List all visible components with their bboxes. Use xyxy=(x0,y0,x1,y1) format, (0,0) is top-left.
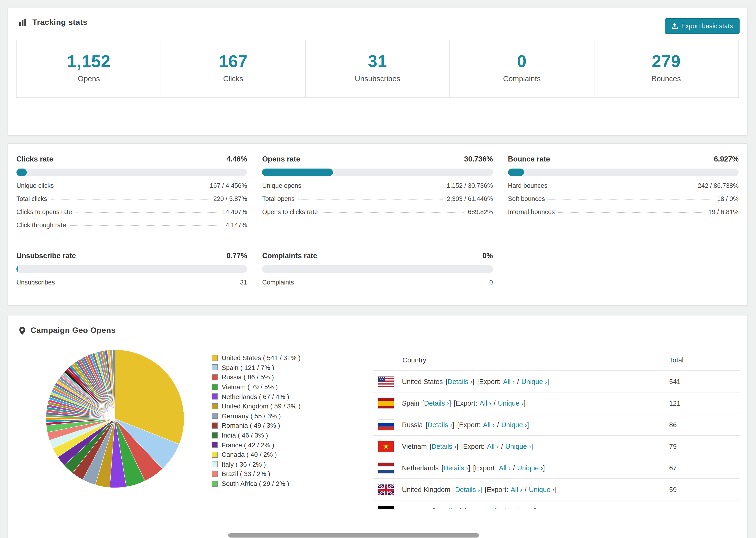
slash: / xyxy=(517,378,519,385)
geo-opens-header: Campaign Geo Opens xyxy=(8,315,747,335)
stat-row-label: Internal bounces xyxy=(508,208,555,215)
legend-item-france[interactable]: France ( 42 / 2% ) xyxy=(212,440,300,450)
stat-row-label: Total opens xyxy=(262,195,295,202)
export-all-link[interactable]: All › xyxy=(490,507,502,510)
legend-item-brazil[interactable]: Brazil ( 33 / 2% ) xyxy=(212,469,300,479)
stat-row-label: Soft bounces xyxy=(508,195,545,202)
legend-item-india[interactable]: India ( 46 / 3% ) xyxy=(212,430,300,440)
legend-item-netherlands[interactable]: Netherlands ( 67 / 4% ) xyxy=(212,392,300,402)
bracket: [ xyxy=(422,399,424,407)
export-label: Export: xyxy=(466,507,488,510)
export-unique-link[interactable]: Unique › xyxy=(529,486,555,493)
stat-row-label: Unique clicks xyxy=(17,182,54,189)
export-unique-link[interactable]: Unique › xyxy=(521,378,547,385)
details-link[interactable]: Details › xyxy=(428,421,453,428)
stat-row-value: 19 / 6.81% xyxy=(708,208,739,215)
bracket: ] xyxy=(547,378,549,385)
details-link[interactable]: Details › xyxy=(424,399,449,407)
details-link[interactable]: Details › xyxy=(455,486,480,493)
legend-item-italy[interactable]: Italy ( 36 / 2% ) xyxy=(212,459,300,469)
stat-row-value: 14.497% xyxy=(222,208,247,215)
legend-item-romania[interactable]: Romania ( 49 / 3% ) xyxy=(212,421,300,430)
legend-item-united-kingdom[interactable]: United Kingdom ( 59 / 3% ) xyxy=(212,402,300,411)
bracket: ] xyxy=(460,507,461,510)
stat-row-label: Complaints xyxy=(262,279,294,286)
export-unique-link[interactable]: Unique › xyxy=(505,443,531,450)
bracket: [ xyxy=(426,421,428,428)
legend-swatch xyxy=(212,364,218,371)
details-link[interactable]: Details › xyxy=(435,507,459,510)
stat-row-label: Unique opens xyxy=(262,182,301,189)
stat-row: Internal bounces19 / 6.81% xyxy=(508,208,739,222)
legend-label: Netherlands ( 67 / 4% ) xyxy=(222,393,289,400)
legend-item-united-states[interactable]: United States ( 541 / 31% ) xyxy=(212,353,300,363)
export-unique-link[interactable]: Unique › xyxy=(498,399,524,407)
table-row-vietnam: Vietnam[Details ›][Export:All ›/Unique ›… xyxy=(373,436,739,457)
export-all-link[interactable]: All › xyxy=(483,421,495,428)
legend-label: Vietnam ( 79 / 5% ) xyxy=(222,383,278,391)
geo-pie-chart xyxy=(45,348,186,489)
pie-legend: United States ( 541 / 31% )Spain ( 121 /… xyxy=(212,353,300,488)
stat-row-value: 18 / 0% xyxy=(717,195,739,202)
legend-item-spain[interactable]: Spain ( 121 / 7% ) xyxy=(212,363,300,372)
bracket: ] xyxy=(468,464,470,471)
slash: / xyxy=(497,421,499,428)
details-link[interactable]: Details › xyxy=(432,443,457,450)
export-all-link[interactable]: All › xyxy=(511,486,522,493)
legend-item-south-africa[interactable]: South Africa ( 29 / 2% ) xyxy=(212,479,300,488)
stat-row-value: 4.147% xyxy=(226,222,247,229)
stat-row-value: 0 xyxy=(489,279,493,286)
export-all-link[interactable]: All › xyxy=(499,464,511,471)
legend-item-germany[interactable]: Germany ( 55 / 3% ) xyxy=(212,411,300,421)
rate-title: Opens rate xyxy=(262,155,300,163)
bracket: [ xyxy=(446,378,448,385)
stat-row: Hard bounces242 / 86.738% xyxy=(508,182,739,195)
slash: / xyxy=(504,507,506,510)
country-name: United States xyxy=(402,378,443,385)
legend-item-vietnam[interactable]: Vietnam ( 79 / 5% ) xyxy=(212,382,300,392)
export-unique-link[interactable]: Unique › xyxy=(501,421,527,428)
legend-item-russia[interactable]: Russia ( 86 / 5% ) xyxy=(212,372,300,382)
export-unique-link[interactable]: Unique › xyxy=(509,507,534,510)
export-all-link[interactable]: All › xyxy=(480,399,491,407)
export-label: Export: xyxy=(456,399,477,407)
export-all-link[interactable]: All › xyxy=(503,378,515,385)
rate-title: Clicks rate xyxy=(17,155,53,163)
flag-icon-gb xyxy=(378,484,394,495)
dotted-leader xyxy=(559,212,705,213)
legend-swatch xyxy=(212,403,218,409)
dotted-leader xyxy=(322,212,464,213)
geo-opens-title: Campaign Geo Opens xyxy=(30,326,116,335)
legend-label: United States ( 541 / 31% ) xyxy=(222,354,300,362)
rate-value: 0% xyxy=(482,252,493,260)
stat-row-label: Hard bounces xyxy=(508,182,547,189)
legend-swatch xyxy=(212,384,218,390)
bracket: ] xyxy=(527,421,529,428)
rate-value: 0.77% xyxy=(227,252,247,260)
progress-bar xyxy=(17,169,247,176)
country-name: Germany xyxy=(402,507,430,510)
total-value: 121 xyxy=(669,399,739,407)
details-link[interactable]: Details › xyxy=(443,464,468,471)
stat-row: Complaints0 xyxy=(262,279,493,292)
legend-swatch xyxy=(212,480,218,487)
dotted-leader xyxy=(76,212,218,213)
legend-item-canada[interactable]: Canada ( 40 / 2% ) xyxy=(212,450,300,459)
export-label: Export: xyxy=(475,464,497,471)
bracket: ] xyxy=(555,486,557,493)
bracket: ] xyxy=(453,421,454,428)
export-basic-stats-button[interactable]: Export basic stats xyxy=(665,18,739,34)
legend-swatch xyxy=(212,461,218,467)
bracket: [ xyxy=(461,443,463,450)
export-all-link[interactable]: All › xyxy=(487,443,499,450)
export-unique-link[interactable]: Unique › xyxy=(517,464,543,471)
stat-row-value: 2,303 / 61.446% xyxy=(447,195,493,202)
horizontal-scrollbar-thumb[interactable] xyxy=(228,533,479,538)
rate-value: 30.736% xyxy=(464,155,493,163)
details-link[interactable]: Details › xyxy=(448,378,472,385)
flag-icon-de xyxy=(378,506,394,510)
stat-row-value: 242 / 86.738% xyxy=(698,182,739,189)
bracket: [ xyxy=(441,464,443,471)
legend-label: Germany ( 55 / 3% ) xyxy=(222,412,281,420)
table-row-united-states: United States[Details ›][Export:All ›/Un… xyxy=(373,371,739,393)
